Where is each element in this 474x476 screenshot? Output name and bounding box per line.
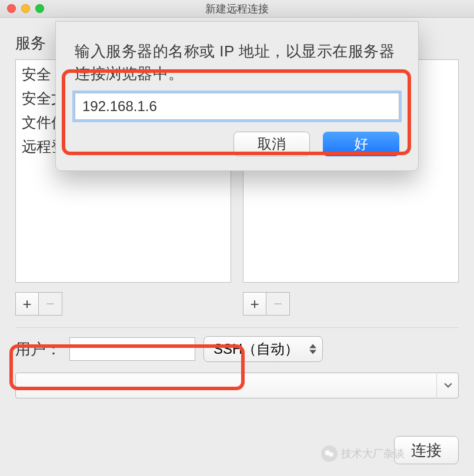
add-server-button[interactable]: + xyxy=(243,292,266,316)
address-select-value xyxy=(15,373,459,398)
traffic-lights xyxy=(7,4,44,13)
close-window-button[interactable] xyxy=(7,4,16,13)
wechat-icon xyxy=(321,445,338,462)
remove-server-button: − xyxy=(266,292,290,316)
add-service-button[interactable]: + xyxy=(15,292,39,316)
server-addremove: + − xyxy=(243,292,459,316)
remove-service-button: − xyxy=(39,292,62,316)
dialog-actions: 取消 好 xyxy=(75,132,399,156)
user-row: 用户： SSH（自动） xyxy=(15,336,459,362)
user-label: 用户： xyxy=(15,339,61,360)
minimize-window-button[interactable] xyxy=(21,4,30,13)
watermark-text: 技术大厂杂谈 xyxy=(341,447,405,461)
maximize-window-button[interactable] xyxy=(35,4,44,13)
protocol-select[interactable]: SSH（自动） xyxy=(203,336,323,362)
watermark: 技术大厂杂谈 xyxy=(321,445,405,462)
address-select[interactable] xyxy=(15,373,459,398)
titlebar: 新建远程连接 xyxy=(0,0,474,18)
ok-button[interactable]: 好 xyxy=(323,132,399,156)
window-title: 新建远程连接 xyxy=(0,2,474,16)
server-address-dialog: 输入服务器的名称或 IP 地址，以显示在服务器连接浏览器中。 取消 好 xyxy=(55,21,419,171)
svg-point-1 xyxy=(329,452,333,457)
cancel-button[interactable]: 取消 xyxy=(233,132,310,156)
addremove-row: + − + − xyxy=(15,292,459,316)
user-input[interactable] xyxy=(69,337,195,361)
server-address-input[interactable] xyxy=(75,93,399,120)
protocol-select-label: SSH（自动） xyxy=(213,341,299,357)
chevron-down-icon xyxy=(436,373,459,398)
dialog-message: 输入服务器的名称或 IP 地址，以显示在服务器连接浏览器中。 xyxy=(75,41,399,85)
stepper-icon xyxy=(309,343,316,355)
service-addremove: + − xyxy=(15,292,231,316)
separator xyxy=(15,327,459,328)
